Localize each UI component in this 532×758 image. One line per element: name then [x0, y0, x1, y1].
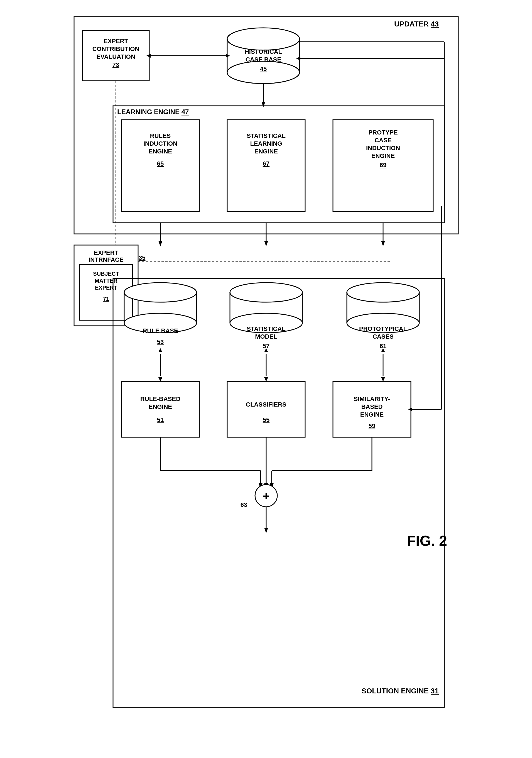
svg-text:63: 63 [240, 501, 247, 508]
svg-text:55: 55 [262, 416, 269, 423]
svg-text:EXPERT: EXPERT [93, 249, 118, 256]
svg-text:59: 59 [368, 423, 375, 430]
svg-text:PROTOTYPICAL: PROTOTYPICAL [359, 325, 407, 332]
svg-marker-46 [381, 241, 385, 246]
svg-text:CASES: CASES [373, 333, 394, 340]
svg-point-60 [124, 283, 197, 302]
svg-marker-42 [158, 241, 162, 246]
svg-text:INDUCTION: INDUCTION [366, 145, 400, 152]
svg-text:45: 45 [260, 65, 266, 72]
svg-text:FIG. 2: FIG. 2 [407, 533, 447, 549]
svg-text:INDUCTION: INDUCTION [143, 140, 177, 147]
svg-text:EXPERT: EXPERT [103, 38, 128, 45]
svg-text:UPDATER 43: UPDATER 43 [394, 20, 439, 28]
svg-text:35: 35 [139, 254, 145, 261]
diagram: UPDATER 43 EXPERT CONTRIBUTION EVALUATIO… [29, 11, 503, 757]
svg-text:EXPERT: EXPERT [95, 285, 117, 291]
svg-marker-44 [264, 241, 268, 246]
svg-text:51: 51 [157, 416, 163, 423]
svg-marker-88 [381, 377, 385, 382]
svg-point-10 [227, 61, 300, 84]
svg-text:65: 65 [157, 160, 163, 167]
svg-marker-22 [296, 56, 300, 60]
svg-text:STATISTICAL: STATISTICAL [247, 325, 285, 332]
svg-text:EVALUATION: EVALUATION [96, 53, 135, 60]
svg-text:CASE BASE: CASE BASE [245, 56, 281, 63]
svg-point-66 [230, 283, 302, 302]
svg-text:ENGINE: ENGINE [149, 403, 172, 410]
svg-rect-93 [227, 382, 305, 437]
svg-text:HISTORICAL: HISTORICAL [245, 48, 282, 55]
svg-text:SIMILARITY-: SIMILARITY- [353, 396, 390, 402]
svg-text:ENGINE: ENGINE [254, 148, 278, 155]
svg-text:SOLUTION ENGINE 31: SOLUTION ENGINE 31 [361, 687, 439, 695]
svg-text:53: 53 [157, 338, 163, 345]
svg-marker-85 [264, 377, 268, 382]
svg-marker-82 [158, 377, 162, 382]
svg-text:RULES: RULES [150, 132, 171, 139]
svg-point-73 [347, 283, 419, 302]
svg-text:STATISTICAL: STATISTICAL [247, 132, 285, 139]
svg-text:67: 67 [262, 160, 269, 167]
svg-text:MODEL: MODEL [255, 333, 277, 340]
svg-text:73: 73 [112, 61, 119, 68]
svg-text:ENGINE: ENGINE [149, 148, 172, 155]
svg-text:CLASSIFIERS: CLASSIFIERS [246, 401, 286, 408]
svg-text:CONTRIBUTION: CONTRIBUTION [92, 45, 139, 52]
svg-text:RULE BASE: RULE BASE [143, 327, 178, 334]
svg-text:CASE: CASE [375, 137, 391, 144]
svg-text:+: + [263, 490, 269, 502]
svg-marker-81 [158, 348, 162, 352]
svg-text:BASED: BASED [361, 403, 382, 410]
svg-point-7 [227, 28, 300, 50]
svg-marker-15 [226, 54, 230, 58]
svg-text:INTRNFACE: INTRNFACE [88, 256, 124, 263]
svg-marker-18 [261, 102, 265, 107]
svg-text:PROTYPE: PROTYPE [368, 129, 398, 136]
svg-text:LEARNING: LEARNING [250, 140, 282, 147]
svg-text:SUBJECT: SUBJECT [93, 271, 119, 277]
svg-text:69: 69 [380, 161, 386, 168]
svg-text:LEARNING ENGINE 47: LEARNING ENGINE 47 [117, 108, 189, 116]
svg-text:RULE-BASED: RULE-BASED [140, 396, 180, 402]
svg-text:ENGINE: ENGINE [360, 411, 383, 418]
svg-text:71: 71 [103, 296, 109, 302]
svg-marker-118 [264, 528, 268, 533]
svg-text:ENGINE: ENGINE [371, 152, 394, 159]
